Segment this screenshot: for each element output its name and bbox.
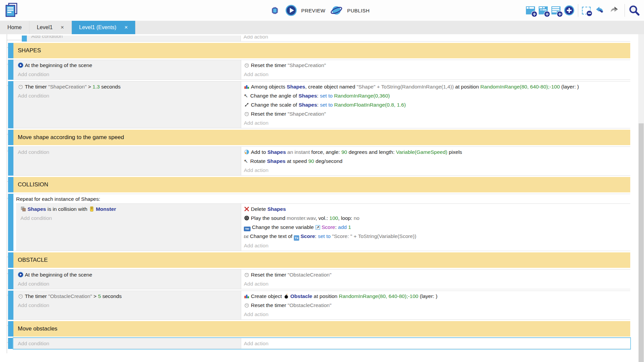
- undo-button[interactable]: [594, 6, 606, 15]
- redo-button[interactable]: [609, 6, 621, 15]
- condition-scene-start[interactable]: At the beginning of the scene: [18, 61, 239, 70]
- event-marker[interactable]: [8, 177, 13, 192]
- action-instant-force[interactable]: Add to Shapes an instant force, angle: 9…: [244, 147, 627, 157]
- event-marker[interactable]: [8, 252, 13, 268]
- add-condition-button[interactable]: Add condition: [18, 147, 239, 157]
- event-shape-timer[interactable]: The timer "ShapeCreation" > 1.3 seconds …: [8, 81, 630, 128]
- vertical-scrollbar[interactable]: [638, 34, 644, 362]
- publish-button[interactable]: PUBLISH: [330, 4, 370, 16]
- group-title[interactable]: OBSTACLE: [13, 252, 630, 268]
- add-action-button[interactable]: Add action: [244, 339, 627, 348]
- event-marker[interactable]: [8, 43, 13, 58]
- gdevelop-logo[interactable]: [4, 2, 19, 18]
- condition-timer-obstaclecreation[interactable]: The timer "ObstacleCreation" > 5 seconds: [18, 292, 239, 301]
- tab-bar: Home Level1 × Level1 (Events) ×: [0, 21, 644, 34]
- event-marker[interactable]: [8, 60, 13, 80]
- timer-icon: [244, 302, 250, 308]
- event-scene-start-shapes[interactable]: At the beginning of the scene Add condit…: [8, 60, 630, 80]
- add-condition-button[interactable]: Add condition: [18, 279, 239, 288]
- group-move-shape[interactable]: Move shape according to the game speed: [8, 130, 630, 145]
- undo-icon: [594, 6, 604, 15]
- event-empty-selected[interactable]: Add condition Add action: [8, 338, 630, 349]
- action-reset-timer[interactable]: Reset the timer "ObstacleCreation": [244, 270, 627, 279]
- tab-level1-events[interactable]: Level1 (Events) ×: [72, 21, 136, 34]
- action-reset-timer[interactable]: Reset the timer "ObstacleCreation": [244, 301, 627, 310]
- add-action-button[interactable]: Add action: [244, 70, 627, 79]
- condition-timer-shapecreation[interactable]: The timer "ShapeCreation" > 1.3 seconds: [18, 82, 239, 91]
- group-shapes[interactable]: SHAPES: [8, 43, 630, 58]
- close-icon[interactable]: ×: [61, 24, 64, 31]
- tab-home[interactable]: Home: [0, 21, 30, 34]
- action-rotate[interactable]: ↖Rotate Shapes at speed 90 deg/second: [244, 157, 627, 166]
- event-marker[interactable]: [8, 130, 13, 145]
- group-move-obstacles[interactable]: Move obstacles: [8, 321, 630, 337]
- group-title[interactable]: Move shape according to the game speed: [13, 130, 630, 145]
- condition-collision[interactable]: Shapes is in collision with Monster: [20, 204, 239, 214]
- action-play-sound[interactable]: Play the sound monster.wav, vol.: 100, l…: [244, 214, 627, 223]
- group-collision[interactable]: COLLISION: [8, 177, 630, 192]
- debug-button[interactable]: [270, 6, 281, 15]
- toolbar-separator: [578, 4, 578, 17]
- event-marker[interactable]: [8, 146, 13, 176]
- scrollbar-thumb[interactable]: [639, 123, 644, 362]
- toolbar-center: PREVIEW PUBLISH: [270, 0, 370, 21]
- event-obstacle-timer[interactable]: The timer "ObstacleCreation" > 5 seconds…: [8, 291, 630, 320]
- add-comment-button[interactable]: [551, 6, 560, 14]
- add-action-button[interactable]: Add action: [244, 279, 627, 288]
- action-delete[interactable]: Delete Shapes: [244, 204, 627, 214]
- event-repeat-collision[interactable]: Repeat for each instance of Shapes: Shap…: [8, 194, 630, 251]
- action-reset-timer[interactable]: Reset the timer "ShapeCreation": [244, 61, 627, 70]
- preview-button[interactable]: PREVIEW: [285, 5, 325, 16]
- toolbar-right: [526, 0, 641, 21]
- add-action-button[interactable]: Add action: [244, 310, 627, 319]
- action-create-shape[interactable]: Among objects Shapes, create object name…: [244, 82, 627, 91]
- add-action-button[interactable]: Add action: [244, 118, 627, 127]
- tab-level1[interactable]: Level1 ×: [30, 21, 72, 34]
- group-title[interactable]: Move obstacles: [13, 321, 630, 337]
- add-element-button[interactable]: [564, 5, 574, 15]
- close-icon[interactable]: ×: [124, 24, 128, 31]
- add-condition-button[interactable]: Add condition: [20, 214, 239, 223]
- text-icon: txt: [244, 232, 249, 241]
- event-marker[interactable]: [8, 291, 13, 320]
- event-marker[interactable]: [8, 321, 13, 337]
- event-marker[interactable]: [8, 338, 13, 349]
- event-marker[interactable]: [8, 269, 13, 289]
- group-title[interactable]: SHAPES: [13, 43, 630, 58]
- add-action-button[interactable]: Add action: [244, 241, 627, 250]
- event-row-clipped[interactable]: Add condition Add action: [22, 36, 630, 42]
- group-title[interactable]: COLLISION: [13, 177, 630, 192]
- add-subevent-button[interactable]: [539, 6, 548, 14]
- add-event-button[interactable]: [526, 6, 535, 14]
- event-scene-start-obstacle[interactable]: At the beginning of the scene Add condit…: [8, 269, 630, 289]
- action-reset-timer[interactable]: Reset the timer "ShapeCreation": [244, 109, 627, 118]
- action-change-scale[interactable]: Change the scale of Shapes: set to Rando…: [244, 100, 627, 109]
- event-marker[interactable]: [22, 36, 27, 42]
- event-marker[interactable]: [8, 81, 13, 128]
- group-obstacle[interactable]: OBSTACLE: [8, 252, 630, 268]
- add-condition-button[interactable]: Add condition: [31, 36, 238, 41]
- condition-scene-start[interactable]: At the beginning of the scene: [18, 270, 239, 279]
- remove-event-icon: [582, 7, 591, 14]
- repeat-header[interactable]: Repeat for each instance of Shapes:: [13, 194, 630, 203]
- search-button[interactable]: [629, 5, 641, 16]
- add-subevent-icon: [539, 6, 548, 14]
- event-marker[interactable]: [8, 194, 13, 251]
- play-icon: [285, 5, 297, 16]
- add-event-icon: [526, 6, 535, 14]
- add-condition-button[interactable]: Add condition: [18, 301, 239, 310]
- add-action-button[interactable]: Add action: [244, 36, 627, 41]
- action-change-variable[interactable]: VarChange the scene variable Score: add …: [244, 223, 627, 232]
- tab-home-label: Home: [7, 24, 22, 31]
- action-change-angle[interactable]: ↖Change the angle of Shapes: set to Rand…: [244, 91, 627, 100]
- add-action-button[interactable]: Add action: [244, 166, 627, 175]
- action-create-obstacle[interactable]: Create object Obstacle at position Rando…: [244, 292, 627, 301]
- delete-selection-button[interactable]: [582, 7, 591, 14]
- event-move-shape[interactable]: Add condition Add to Shapes an instant f…: [8, 146, 630, 176]
- add-condition-button[interactable]: Add condition: [18, 339, 239, 348]
- tab-level1-label: Level1: [37, 24, 53, 31]
- add-condition-button[interactable]: Add condition: [18, 70, 239, 79]
- add-condition-button[interactable]: Add condition: [18, 91, 239, 100]
- action-change-text[interactable]: txtChange the text of TxScore: set to "S…: [244, 232, 627, 241]
- bomb-icon: [283, 293, 289, 299]
